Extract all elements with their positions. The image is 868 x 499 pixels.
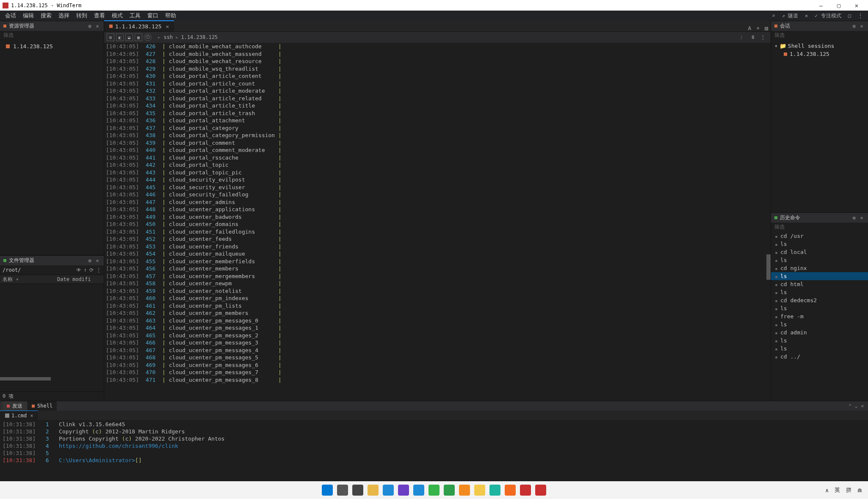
bottom-tab-send[interactable]: 发送 <box>3 401 27 411</box>
history-item[interactable]: cd html <box>771 280 868 288</box>
tab-layout-icon[interactable]: ▤ <box>762 25 771 31</box>
taskbar-app[interactable] <box>398 485 409 496</box>
split-v-icon[interactable]: ⬓ <box>125 33 133 41</box>
tray-chevron-icon[interactable]: ∧ <box>825 487 829 493</box>
taskbar-app[interactable] <box>428 485 440 496</box>
history-item[interactable]: ls <box>771 336 868 345</box>
close-icon[interactable]: × <box>30 413 33 419</box>
menu-right-item[interactable]: ▢ <box>845 13 854 19</box>
taskbar-app[interactable] <box>474 485 485 496</box>
cmd-tab[interactable]: 1.cmd× <box>0 411 38 420</box>
menu-item[interactable]: 查看 <box>91 12 108 19</box>
menu-item[interactable]: 帮助 <box>162 12 180 19</box>
ime-lang1[interactable]: 英 <box>835 486 840 494</box>
tab-add-icon[interactable]: + <box>754 25 762 31</box>
menu-item[interactable]: 会话 <box>2 12 19 19</box>
taskbar-app[interactable] <box>535 485 546 496</box>
history-item[interactable]: cd dedecms2 <box>771 296 868 304</box>
close-button[interactable]: ✕ <box>848 2 865 9</box>
maximize-button[interactable]: ▢ <box>830 2 848 9</box>
eye-icon[interactable]: 👁 <box>76 267 81 273</box>
menu-item[interactable]: 选择 <box>55 12 73 19</box>
gear-icon[interactable]: ⚙ <box>851 23 857 29</box>
filemgr-body[interactable] <box>0 284 104 391</box>
menu-right-item[interactable]: ↗ 隧道 <box>779 13 802 19</box>
history-item[interactable]: cd admin <box>771 328 868 336</box>
horizontal-scrollbar[interactable] <box>0 377 51 380</box>
taskbar-app[interactable] <box>444 485 455 496</box>
bottom-terminal[interactable]: [10:31:38] 1 Clink v1.3.15.6e6e45[10:31:… <box>0 420 868 468</box>
history-item[interactable]: ls <box>771 304 868 312</box>
menu-right-item[interactable]: ⌕ <box>768 13 778 19</box>
taskbar-app[interactable] <box>459 485 470 496</box>
taskbar-app[interactable] <box>489 485 500 496</box>
history-item[interactable]: cd ../ <box>771 353 868 361</box>
menu-item[interactable]: 搜索 <box>37 12 55 19</box>
vertical-scrollbar[interactable] <box>766 254 771 280</box>
history-list[interactable]: cd /usrlscd locallscd nginxlscd htmllscd… <box>771 232 868 401</box>
filemgr-path[interactable]: /root/ <box>3 267 74 273</box>
gear-icon[interactable]: ⚙ <box>87 258 93 264</box>
history-item[interactable]: ls <box>771 272 868 280</box>
sessions-filter[interactable]: 筛选 <box>771 31 868 40</box>
more-icon[interactable]: ⋮ <box>96 267 101 273</box>
gear-icon[interactable]: ⚙ <box>851 215 857 221</box>
refresh-icon[interactable]: ⟳ <box>89 267 94 273</box>
wifi-icon[interactable]: ⋒ <box>857 487 862 493</box>
history-item[interactable]: ls <box>771 288 868 296</box>
split-icon[interactable]: ⊞ <box>107 33 114 41</box>
close-icon[interactable]: × <box>859 23 865 29</box>
taskbar-app[interactable] <box>322 485 333 496</box>
menu-right-item[interactable]: ⋮ <box>854 13 866 19</box>
history-item[interactable]: ls <box>771 320 868 328</box>
up-icon[interactable]: ↑ <box>84 267 87 273</box>
taskbar-app[interactable] <box>413 485 424 496</box>
history-filter[interactable]: 筛选 <box>771 223 868 232</box>
tab-session[interactable]: 1.1.14.238.125 × <box>104 20 174 31</box>
breadcrumb[interactable]: ▸ ssh ▸ 1.14.238.125 <box>158 34 218 40</box>
info-icon[interactable]: ⓘ <box>144 33 152 41</box>
menu-right-item[interactable]: ✕ <box>802 13 811 19</box>
sessions-tree[interactable]: ▾📁Shell sessions 1.14.238.125 <box>771 40 868 212</box>
gear-icon[interactable]: ⚙ <box>87 23 93 29</box>
menu-item[interactable]: 转到 <box>73 12 91 19</box>
more-icon[interactable]: ⋮ <box>758 34 768 40</box>
explorer-node[interactable]: 1.14.238.125 <box>0 42 104 51</box>
history-item[interactable]: ls <box>771 345 868 353</box>
history-item[interactable]: ls <box>771 240 868 248</box>
explorer-tree[interactable]: 1.14.238.125 <box>0 40 104 255</box>
minimize-button[interactable]: — <box>812 2 830 9</box>
split-q-icon[interactable]: ▦ <box>135 33 142 41</box>
history-item[interactable]: cd /usr <box>771 232 868 240</box>
menu-item[interactable]: 编辑 <box>19 12 37 19</box>
history-item[interactable]: free -m <box>771 312 868 320</box>
history-item[interactable]: ls <box>771 256 868 264</box>
history-item[interactable]: cd local <box>771 248 868 256</box>
bottom-tab-shell[interactable]: Shell <box>28 401 57 411</box>
taskbar-app[interactable] <box>368 485 379 496</box>
ime-lang2[interactable]: 拼 <box>846 486 851 494</box>
close-icon[interactable]: × <box>94 258 100 264</box>
sessions-folder[interactable]: ▾📁Shell sessions <box>771 42 868 50</box>
collapse-icon[interactable]: ⌃ <box>847 403 853 409</box>
taskbar-app[interactable] <box>520 485 531 496</box>
explorer-filter[interactable]: 筛选 <box>0 31 104 40</box>
system-tray[interactable]: ∧ 英 拼 ⋒ <box>825 486 862 494</box>
pause-icon[interactable]: ⏸ <box>748 34 758 40</box>
taskbar-app[interactable] <box>352 485 363 496</box>
tab-action-a[interactable]: A <box>746 25 754 31</box>
taskbar-app[interactable] <box>505 485 516 496</box>
history-item[interactable]: cd nginx <box>771 264 868 272</box>
chevron-right-icon[interactable]: 〉 <box>738 34 748 41</box>
menu-item[interactable]: 窗口 <box>144 12 162 19</box>
menu-right-item[interactable]: ✓ 专注模式 <box>811 13 844 19</box>
taskbar-app[interactable] <box>337 485 348 496</box>
split-h-icon[interactable]: ◧ <box>116 33 124 41</box>
close-icon[interactable]: × <box>94 23 100 29</box>
terminal[interactable]: [10:43:05] 426 | cloud_mobile_wechat_aut… <box>104 43 771 401</box>
sessions-leaf[interactable]: 1.14.238.125 <box>771 50 868 58</box>
taskbar-app[interactable] <box>383 485 394 496</box>
close-icon[interactable]: × <box>859 215 865 221</box>
close-icon[interactable]: × <box>859 403 865 409</box>
menu-item[interactable]: 模式 <box>108 12 126 19</box>
